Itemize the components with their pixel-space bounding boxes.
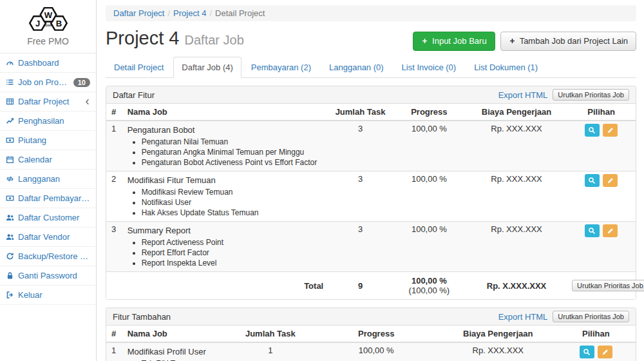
pencil-icon (607, 227, 614, 235)
table-row: 2 Modifikasi Fitur Temuan Modifikasi Rev… (106, 171, 636, 222)
panel-title: Fitur Tambahan (113, 312, 498, 322)
job-subitem: Hak Akses Update Status Temuan (142, 208, 324, 217)
job-cost: Rp. XXX.XXX (466, 171, 567, 222)
table-body: 1 Modifikasi Profil User Tab F/U Temuan … (106, 342, 636, 361)
header-actions: Input Job Baru Tambah Job dari Project L… (413, 32, 636, 51)
column-header-progress: Progress (392, 104, 466, 121)
urutkan-prioritas-button[interactable]: Urutkan Prioritas Job (553, 311, 629, 322)
table-header-row: #Nama JobJumlah TaskProgressBiaya Penger… (106, 326, 636, 342)
page-subtitle: Daftar Job (185, 33, 244, 47)
sidebar-item-backup-restore-db[interactable]: Backup/Restore DB (0, 247, 96, 266)
job-subitem: Report Activeness Point (142, 238, 324, 247)
job-name-cell: Modifikasi Fitur Temuan Modifikasi Revie… (122, 171, 329, 222)
column-header-pilihan: Pilihan (556, 326, 636, 342)
sidebar-item-daftar-pembayaran[interactable]: Daftar Pembayaran (0, 189, 96, 208)
sidebar-item-penghasilan[interactable]: Penghasilan (0, 112, 96, 131)
panel-title: Daftar Fitur (113, 90, 498, 100)
tab-daftar-job[interactable]: Daftar Job (4) (173, 57, 241, 78)
edit-job-button[interactable] (603, 124, 618, 137)
export-html-link[interactable]: Export HTML (498, 312, 548, 322)
panel-heading: Daftar Fitur Export HTML Urutkan Priorit… (106, 86, 636, 104)
view-job-button[interactable] (585, 174, 600, 187)
urutkan-prioritas-button[interactable]: Urutkan Prioritas Job (553, 89, 629, 101)
lock-icon (6, 271, 14, 280)
logo-dotcom: .com (44, 23, 52, 27)
view-job-button[interactable] (585, 224, 600, 237)
job-subitem: Report Effort Factor (142, 248, 324, 257)
refresh-icon (6, 252, 14, 260)
tab-list-invoice[interactable]: List Invoice (0) (393, 57, 465, 78)
job-name-cell: Summary Report Report Activeness PointRe… (122, 222, 329, 272)
breadcrumb-separator: / (209, 8, 212, 18)
tab-bar: Detail ProjectDaftar Job (4)Pembayaran (… (106, 57, 636, 78)
edit-job-button[interactable] (598, 346, 612, 358)
job-name: Modifikasi Profil User (128, 346, 223, 357)
view-job-button[interactable] (580, 346, 594, 358)
breadcrumb-item-project-4[interactable]: Project 4 (173, 8, 206, 18)
sidebar-item-label: Piutang (18, 135, 90, 145)
breadcrumb-item-daftar-project[interactable]: Daftar Project (113, 8, 164, 18)
tab-detail-project[interactable]: Detail Project (106, 57, 172, 78)
job-subitem: Modifikasi Review Temuan (142, 188, 324, 197)
line-chart-icon (6, 117, 14, 125)
sidebar-item-daftar-project[interactable]: Daftar Project (0, 92, 96, 112)
calendar-icon (6, 155, 14, 164)
total-row: Total 9 100,00 % (100,00 %) Rp. X.XXX.XX… (106, 272, 636, 300)
column-header-: # (106, 104, 122, 121)
table-body: 1 Pengaturan Bobot Pengaturan Nilai Temu… (106, 121, 636, 272)
job-name: Pengaturan Bobot (128, 124, 324, 135)
edit-job-button[interactable] (603, 224, 618, 237)
sidebar-item-job-on-progress[interactable]: Job on Progress 10 (0, 73, 96, 92)
job-progress: 100,00 % (313, 342, 440, 361)
column-header-nama-job: Nama Job (122, 326, 228, 342)
job-subitem: Report Inspekta Level (142, 259, 324, 268)
job-name: Summary Report (128, 224, 324, 236)
sidebar-menu: Dashboard Job on Progress 10 Daftar Proj… (0, 54, 96, 305)
sidebar-item-label: Daftar Customer (18, 213, 90, 222)
sidebar-item-daftar-customer[interactable]: Daftar Customer (0, 208, 96, 228)
job-subitem: Pengaturan Bobot Activeness Point vs Eff… (142, 158, 324, 167)
sidebar-item-ganti-password[interactable]: Ganti Password (0, 266, 96, 286)
sidebar-item-langganan[interactable]: Langganan (0, 170, 96, 189)
job-task-count: 3 (328, 121, 392, 171)
job-name-cell: Modifikasi Profil User Tab F/U Temuan (122, 342, 228, 361)
edit-job-button[interactable] (603, 174, 618, 187)
column-header-jumlah-task: Jumlah Task (228, 326, 313, 342)
sidebar-item-label: Keluar (18, 290, 90, 300)
column-header-: # (106, 326, 122, 342)
job-task-count: 3 (328, 171, 392, 222)
sidebar-item-dashboard[interactable]: Dashboard (0, 54, 96, 73)
panel-heading: Fitur Tambahan Export HTML Urutkan Prior… (106, 308, 636, 326)
plus-icon (421, 37, 428, 44)
breadcrumb-item-detail-project: Detail Project (215, 8, 265, 18)
breadcrumb: Daftar Project/Project 4/Detail Project (106, 5, 636, 21)
urutkan-prioritas-button[interactable]: Urutkan Prioritas Job (572, 280, 644, 291)
job-subitems: Pengaturan Nilai TemuanPengaturan Angka … (133, 137, 324, 167)
sidebar-item-calendar[interactable]: Calendar (0, 150, 96, 170)
input-job-baru-button[interactable]: Input Job Baru (413, 32, 495, 51)
column-header-pilihan: Pilihan (567, 104, 636, 121)
money-icon (6, 194, 14, 202)
retweet-icon (6, 175, 14, 183)
tab-pembayaran[interactable]: Pembayaran (2) (243, 57, 319, 78)
view-job-button[interactable] (585, 124, 600, 137)
panels-container: Daftar Fitur Export HTML Urutkan Priorit… (106, 86, 636, 361)
sidebar-item-piutang[interactable]: Piutang (0, 131, 96, 150)
column-header-biaya-pengerjaan: Biaya Pengerjaan (440, 326, 556, 342)
sign-out-icon (6, 291, 14, 299)
breadcrumb-separator: / (167, 8, 170, 18)
sidebar-item-daftar-vendor[interactable]: Daftar Vendor (0, 228, 96, 247)
job-subitems: Report Activeness PointReport Effort Fac… (133, 238, 324, 268)
tambah-job-dari-project-lain-button[interactable]: Tambah Job dari Project Lain (500, 32, 636, 51)
tab-langganan[interactable]: Langganan (0) (321, 57, 392, 78)
column-header-progress: Progress (313, 326, 440, 342)
plus-icon (509, 37, 516, 44)
export-html-link[interactable]: Export HTML (498, 90, 548, 100)
sidebar-item-label: Daftar Pembayaran (18, 193, 90, 203)
sidebar-item-label: Job on Progress (18, 77, 70, 87)
tab-list-dokumen[interactable]: List Dokumen (1) (466, 57, 546, 78)
job-subitem: Pengaturan Angka Minimal Temuan per Ming… (142, 148, 324, 157)
sidebar-item-label: Daftar Project (18, 97, 80, 106)
sidebar-item-keluar[interactable]: Keluar (0, 286, 96, 305)
money-icon (6, 136, 14, 144)
